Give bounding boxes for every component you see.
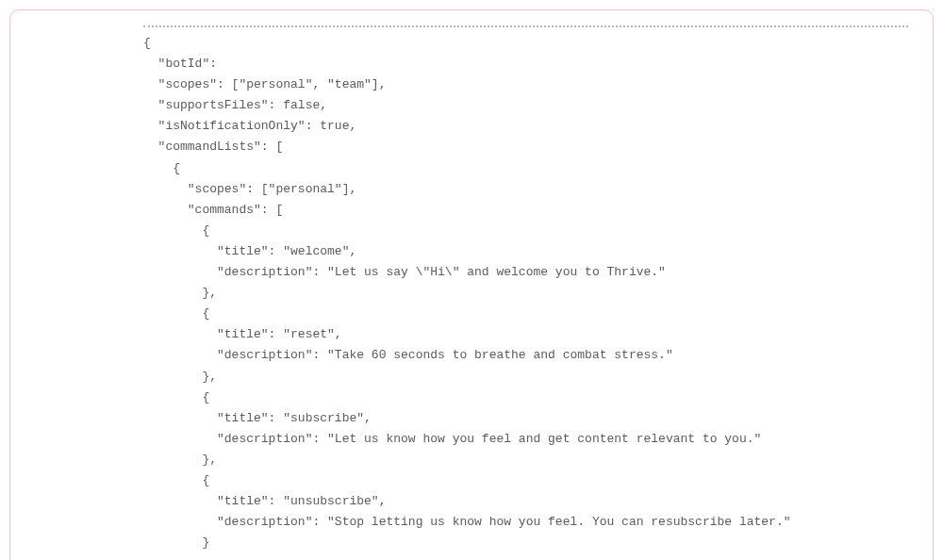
code-inner-wrap: { "botId": "scopes": ["personal", "team"… — [25, 25, 918, 553]
code-block: { "botId": "scopes": ["personal", "team"… — [143, 33, 908, 553]
dots-border — [143, 25, 908, 27]
code-card: { "botId": "scopes": ["personal", "team"… — [9, 9, 934, 560]
